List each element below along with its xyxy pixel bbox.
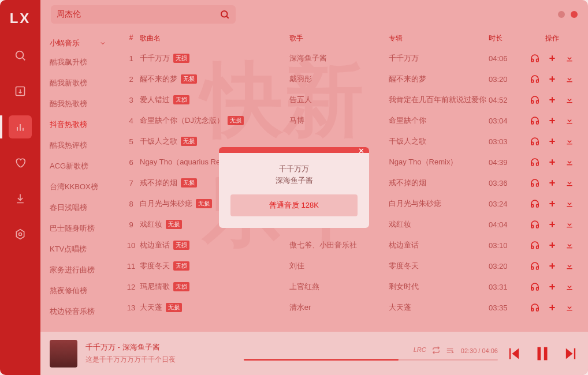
modal-overlay[interactable]: ✕ 千千万万 深海鱼子酱 普通音质 128K [0, 0, 588, 375]
modal-song-title: 千千万万 [230, 163, 358, 175]
quality-modal: ✕ 千千万万 深海鱼子酱 普通音质 128K [219, 147, 369, 228]
modal-close-button[interactable]: ✕ [356, 147, 367, 155]
quality-option-128k[interactable]: 普通音质 128K [230, 194, 358, 216]
modal-song-info: 千千万万 深海鱼子酱 [230, 163, 358, 186]
modal-song-artist: 深海鱼子酱 [230, 175, 358, 186]
